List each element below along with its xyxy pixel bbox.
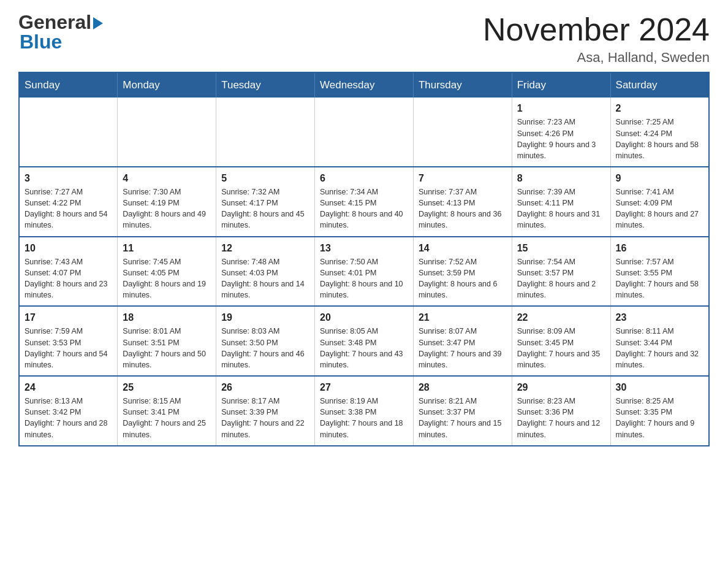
daylight-text: Daylight: 7 hours and 22 minutes. xyxy=(221,418,309,440)
sunrise-text: Sunrise: 7:39 AM xyxy=(517,186,605,197)
sunrise-text: Sunrise: 8:13 AM xyxy=(25,396,112,407)
calendar-day-cell: 29Sunrise: 8:23 AMSunset: 3:36 PMDayligh… xyxy=(512,376,610,446)
calendar-day-cell: 13Sunrise: 7:50 AMSunset: 4:01 PMDayligh… xyxy=(315,237,414,307)
daylight-text: Daylight: 8 hours and 36 minutes. xyxy=(419,209,507,231)
daylight-text: Daylight: 8 hours and 6 minutes. xyxy=(419,278,507,301)
day-number: 6 xyxy=(320,171,408,185)
calendar-day-cell: 19Sunrise: 8:03 AMSunset: 3:50 PMDayligh… xyxy=(216,306,315,376)
daylight-text: Daylight: 7 hours and 18 minutes. xyxy=(320,418,408,440)
day-number: 18 xyxy=(123,310,211,324)
title-section: November 2024 Asa, Halland, Sweden xyxy=(483,12,710,66)
sunset-text: Sunset: 3:51 PM xyxy=(123,337,211,348)
daylight-text: Daylight: 7 hours and 39 minutes. xyxy=(419,348,507,370)
sunrise-text: Sunrise: 7:25 AM xyxy=(616,117,703,128)
calendar-day-cell: 6Sunrise: 7:34 AMSunset: 4:15 PMDaylight… xyxy=(315,167,414,237)
daylight-text: Daylight: 8 hours and 58 minutes. xyxy=(616,139,703,161)
sunset-text: Sunset: 3:55 PM xyxy=(616,267,703,278)
calendar-day-cell: 3Sunrise: 7:27 AMSunset: 4:22 PMDaylight… xyxy=(19,167,118,237)
col-monday: Monday xyxy=(118,72,216,98)
day-number: 28 xyxy=(419,380,507,394)
calendar-week-row: 3Sunrise: 7:27 AMSunset: 4:22 PMDaylight… xyxy=(19,167,709,237)
sunrise-text: Sunrise: 8:03 AM xyxy=(221,326,309,337)
daylight-text: Daylight: 7 hours and 32 minutes. xyxy=(616,348,703,370)
sunrise-text: Sunrise: 8:23 AM xyxy=(517,396,605,407)
sunset-text: Sunset: 4:09 PM xyxy=(616,197,703,209)
calendar-day-cell: 28Sunrise: 8:21 AMSunset: 3:37 PMDayligh… xyxy=(413,376,512,446)
col-friday: Friday xyxy=(512,72,610,98)
calendar-header-row: Sunday Monday Tuesday Wednesday Thursday… xyxy=(19,72,709,98)
sunset-text: Sunset: 3:39 PM xyxy=(221,407,309,418)
sunrise-text: Sunrise: 7:50 AM xyxy=(320,256,408,267)
daylight-text: Daylight: 8 hours and 31 minutes. xyxy=(517,209,605,231)
col-tuesday: Tuesday xyxy=(216,72,315,98)
sunrise-text: Sunrise: 7:32 AM xyxy=(221,186,309,197)
calendar-day-cell: 25Sunrise: 8:15 AMSunset: 3:41 PMDayligh… xyxy=(118,376,216,446)
day-number: 12 xyxy=(221,241,309,255)
daylight-text: Daylight: 7 hours and 43 minutes. xyxy=(320,348,408,370)
sunset-text: Sunset: 4:24 PM xyxy=(616,128,703,139)
sunset-text: Sunset: 3:45 PM xyxy=(517,337,605,348)
day-number: 26 xyxy=(221,380,309,394)
sunrise-text: Sunrise: 7:34 AM xyxy=(320,186,408,197)
daylight-text: Daylight: 8 hours and 2 minutes. xyxy=(517,278,605,301)
day-number: 23 xyxy=(616,310,703,324)
sunset-text: Sunset: 3:41 PM xyxy=(123,407,211,418)
page-header: General Blue November 2024 Asa, Halland,… xyxy=(18,12,710,66)
sunrise-text: Sunrise: 7:41 AM xyxy=(616,186,703,197)
daylight-text: Daylight: 7 hours and 28 minutes. xyxy=(25,418,112,440)
daylight-text: Daylight: 9 hours and 3 minutes. xyxy=(517,139,605,161)
sunset-text: Sunset: 4:15 PM xyxy=(320,197,408,209)
calendar-day-cell: 11Sunrise: 7:45 AMSunset: 4:05 PMDayligh… xyxy=(118,237,216,307)
sunrise-text: Sunrise: 7:54 AM xyxy=(517,256,605,267)
col-saturday: Saturday xyxy=(610,72,709,98)
logo-triangle-icon xyxy=(93,17,103,29)
calendar-day-cell xyxy=(216,98,315,167)
sunrise-text: Sunrise: 8:05 AM xyxy=(320,326,408,337)
daylight-text: Daylight: 7 hours and 12 minutes. xyxy=(517,418,605,440)
day-number: 11 xyxy=(123,241,211,255)
sunset-text: Sunset: 3:44 PM xyxy=(616,337,703,348)
sunrise-text: Sunrise: 8:09 AM xyxy=(517,326,605,337)
daylight-text: Daylight: 7 hours and 9 minutes. xyxy=(616,418,703,440)
day-number: 4 xyxy=(123,171,211,185)
sunset-text: Sunset: 3:35 PM xyxy=(616,407,703,418)
sunset-text: Sunset: 3:36 PM xyxy=(517,407,605,418)
day-number: 30 xyxy=(616,380,703,394)
sunset-text: Sunset: 4:03 PM xyxy=(221,267,309,278)
day-number: 27 xyxy=(320,380,408,394)
sunset-text: Sunset: 4:17 PM xyxy=(221,197,309,209)
sunrise-text: Sunrise: 7:23 AM xyxy=(517,117,605,128)
calendar-day-cell: 2Sunrise: 7:25 AMSunset: 4:24 PMDaylight… xyxy=(610,98,709,167)
day-number: 21 xyxy=(419,310,507,324)
day-number: 22 xyxy=(517,310,605,324)
sunset-text: Sunset: 4:26 PM xyxy=(517,128,605,139)
daylight-text: Daylight: 7 hours and 46 minutes. xyxy=(221,348,309,370)
col-wednesday: Wednesday xyxy=(315,72,414,98)
daylight-text: Daylight: 7 hours and 15 minutes. xyxy=(419,418,507,440)
sunset-text: Sunset: 3:50 PM xyxy=(221,337,309,348)
calendar-day-cell: 17Sunrise: 7:59 AMSunset: 3:53 PMDayligh… xyxy=(19,306,118,376)
day-number: 5 xyxy=(221,171,309,185)
day-number: 15 xyxy=(517,241,605,255)
day-number: 9 xyxy=(616,171,703,185)
calendar-day-cell xyxy=(413,98,512,167)
calendar-day-cell: 27Sunrise: 8:19 AMSunset: 3:38 PMDayligh… xyxy=(315,376,414,446)
sunset-text: Sunset: 4:01 PM xyxy=(320,267,408,278)
sunset-text: Sunset: 3:47 PM xyxy=(419,337,507,348)
calendar-week-row: 1Sunrise: 7:23 AMSunset: 4:26 PMDaylight… xyxy=(19,98,709,167)
sunrise-text: Sunrise: 7:30 AM xyxy=(123,186,211,197)
calendar-day-cell: 23Sunrise: 8:11 AMSunset: 3:44 PMDayligh… xyxy=(610,306,709,376)
sunrise-text: Sunrise: 7:48 AM xyxy=(221,256,309,267)
daylight-text: Daylight: 7 hours and 35 minutes. xyxy=(517,348,605,370)
sunrise-text: Sunrise: 7:45 AM xyxy=(123,256,211,267)
sunrise-text: Sunrise: 8:17 AM xyxy=(221,396,309,407)
day-number: 25 xyxy=(123,380,211,394)
daylight-text: Daylight: 8 hours and 45 minutes. xyxy=(221,209,309,231)
sunrise-text: Sunrise: 7:59 AM xyxy=(25,326,112,337)
calendar-day-cell: 10Sunrise: 7:43 AMSunset: 4:07 PMDayligh… xyxy=(19,237,118,307)
calendar-week-row: 17Sunrise: 7:59 AMSunset: 3:53 PMDayligh… xyxy=(19,306,709,376)
day-number: 17 xyxy=(25,310,112,324)
sunset-text: Sunset: 3:57 PM xyxy=(517,267,605,278)
sunrise-text: Sunrise: 7:52 AM xyxy=(419,256,507,267)
sunrise-text: Sunrise: 8:07 AM xyxy=(419,326,507,337)
